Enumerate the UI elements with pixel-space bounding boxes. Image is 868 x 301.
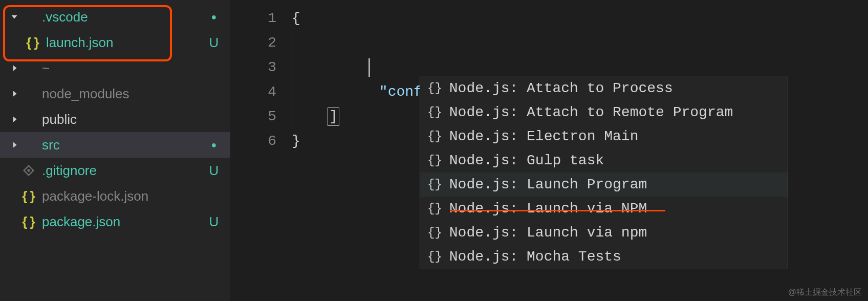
snippet-icon: {} bbox=[427, 178, 442, 191]
git-status-badge: U bbox=[204, 163, 224, 179]
snippet-icon: {} bbox=[427, 226, 442, 240]
chevron-right-icon[interactable] bbox=[8, 89, 20, 98]
line-number-gutter: 1 2 3 4 5 6 bbox=[230, 0, 292, 301]
git-file-icon bbox=[20, 165, 37, 176]
line-number: 3 bbox=[230, 55, 276, 80]
intellisense-suggest-widget[interactable]: {}Node.js: Attach to Process{}Node.js: A… bbox=[420, 76, 788, 269]
suggest-item[interactable]: {}Node.js: Attach to Process bbox=[420, 76, 788, 100]
tree-item-label: launch.json bbox=[46, 35, 204, 51]
suggest-label: Node.js: Electron Main bbox=[449, 128, 639, 144]
snippet-icon: {} bbox=[427, 130, 442, 143]
snippet-icon: {} bbox=[427, 105, 442, 119]
suggest-label: Node.js: Launch via NPM bbox=[449, 201, 647, 217]
watermark-text: @稀土掘金技术社区 bbox=[788, 287, 862, 298]
tree-folder[interactable]: public bbox=[0, 106, 230, 132]
tree-item-label: package-lock.json bbox=[42, 188, 204, 204]
suggest-label: Node.js: Launch via npm bbox=[449, 225, 647, 241]
tree-file[interactable]: .gitignoreU bbox=[0, 158, 230, 183]
line-number: 6 bbox=[230, 129, 276, 154]
snippet-icon: {} bbox=[427, 81, 442, 95]
tree-item-label: .gitignore bbox=[42, 163, 204, 179]
suggest-label: Node.js: Launch Program bbox=[449, 177, 647, 192]
suggest-label: Node.js: Attach to Remote Program bbox=[449, 104, 733, 120]
tree-item-label: src bbox=[42, 137, 204, 153]
line-number: 1 bbox=[230, 6, 276, 31]
chevron-right-icon[interactable] bbox=[8, 63, 20, 73]
snippet-icon: {} bbox=[427, 154, 442, 167]
code-bracket-close: ] bbox=[328, 107, 339, 126]
file-explorer: .vscode●{ }launch.jsonU~node_modulespubl… bbox=[0, 0, 230, 301]
suggest-label: Node.js: Mocha Tests bbox=[449, 249, 621, 265]
suggest-item[interactable]: {}Node.js: Gulp task bbox=[420, 148, 788, 173]
tree-item-label: node_modules bbox=[42, 86, 204, 102]
tree-item-label: public bbox=[42, 112, 204, 127]
git-status-badge: ● bbox=[204, 140, 224, 150]
json-file-icon: { } bbox=[20, 214, 37, 230]
suggest-item[interactable]: {}Node.js: Launch Program bbox=[420, 173, 788, 197]
git-status-badge: U bbox=[204, 35, 224, 51]
json-file-icon: { } bbox=[25, 35, 41, 51]
suggest-item[interactable]: {}Node.js: Launch via npm bbox=[420, 221, 788, 245]
tree-item-label: ~ bbox=[42, 60, 204, 76]
line-number: 5 bbox=[230, 104, 276, 129]
tree-item-label: package.json bbox=[42, 214, 204, 230]
code-brace-close: } bbox=[292, 133, 300, 149]
tree-folder[interactable]: node_modules bbox=[0, 81, 230, 106]
tree-file[interactable]: { }package.jsonU bbox=[0, 209, 230, 234]
tree-item-label: .vscode bbox=[42, 9, 204, 25]
tree-file[interactable]: { }launch.jsonU bbox=[0, 30, 230, 55]
tree-folder[interactable]: ~ bbox=[0, 55, 230, 81]
chevron-right-icon[interactable] bbox=[8, 115, 20, 124]
suggest-item[interactable]: {}Node.js: Attach to Remote Program bbox=[420, 100, 788, 124]
git-status-badge: U bbox=[204, 214, 224, 230]
svg-point-0 bbox=[27, 169, 30, 172]
json-file-icon: { } bbox=[20, 188, 37, 204]
tree-folder[interactable]: .vscode● bbox=[0, 4, 230, 30]
suggest-item[interactable]: {}Node.js: Mocha Tests bbox=[420, 245, 788, 269]
text-cursor bbox=[368, 58, 370, 77]
tree-folder[interactable]: src● bbox=[0, 132, 230, 158]
line-number: 2 bbox=[230, 31, 276, 55]
tree-file[interactable]: { }package-lock.json bbox=[0, 183, 230, 209]
annotation-underline bbox=[450, 210, 665, 211]
suggest-label: Node.js: Gulp task bbox=[449, 153, 604, 168]
snippet-icon: {} bbox=[427, 250, 442, 264]
snippet-icon: {} bbox=[427, 202, 442, 216]
code-brace-open: { bbox=[292, 10, 300, 26]
chevron-right-icon[interactable] bbox=[8, 140, 20, 149]
line-number: 4 bbox=[230, 80, 276, 104]
suggest-label: Node.js: Attach to Process bbox=[449, 80, 673, 96]
chevron-down-icon[interactable] bbox=[8, 12, 20, 22]
git-status-badge: ● bbox=[204, 12, 224, 23]
suggest-item[interactable]: {}Node.js: Launch via NPM bbox=[420, 197, 788, 221]
suggest-item[interactable]: {}Node.js: Electron Main bbox=[420, 124, 788, 148]
